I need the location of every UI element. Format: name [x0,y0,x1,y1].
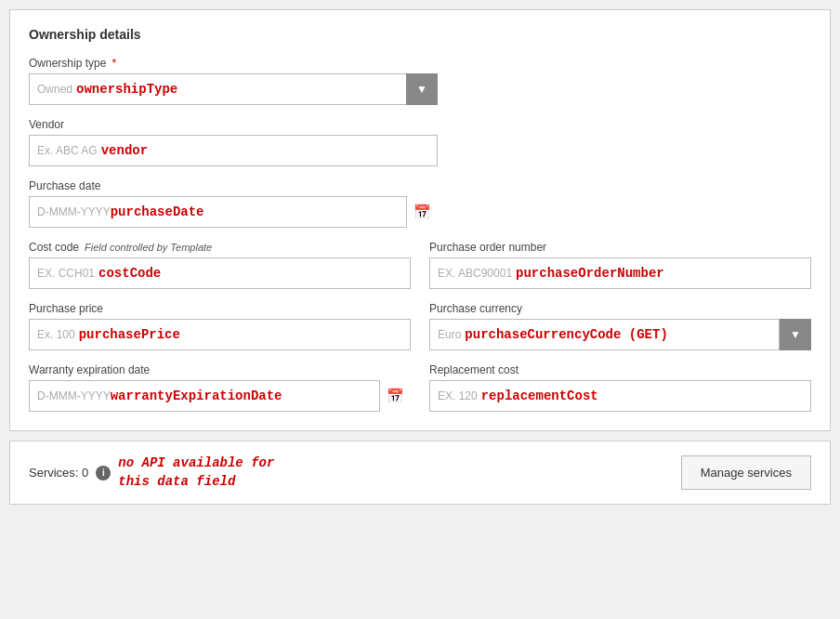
purchase-currency-placeholder: Euro [438,328,461,341]
vendor-placeholder: Ex. ABC AG [37,144,98,157]
info-icon[interactable]: i [96,466,111,481]
purchase-currency-wrapper: Euro purchaseCurrencyCode (GET) ▼ [429,319,811,350]
purchase-date-value: purchaseDate [111,204,204,219]
cost-code-group: Cost code Field controlled by Template E… [29,241,411,289]
ownership-details-panel: Ownership details Ownership type* Owned … [9,9,831,431]
purchase-currency-group: Purchase currency Euro purchaseCurrencyC… [429,302,811,350]
services-count: Services: 0 [29,466,88,480]
ownership-details-title: Ownership details [29,27,811,42]
warranty-replacement-row: Warranty expiration date D-MMM-YYYY warr… [29,363,811,412]
purchase-date-group: Purchase date D-MMM-YYYY purchaseDate 📅 [29,179,811,228]
purchase-order-input[interactable]: EX. ABC90001 purchaseOrderNumber [429,257,811,289]
replacement-cost-placeholder: EX. 120 [438,389,478,402]
required-marker: * [112,57,116,70]
ownership-type-value: ownershipType [76,82,177,97]
purchase-order-label: Purchase order number [429,241,811,254]
services-left-section: Services: 0 i no API available for this … [29,454,274,491]
ownership-type-placeholder: Owned [37,83,72,96]
cost-code-label: Cost code Field controlled by Template [29,241,411,254]
purchase-price-placeholder: Ex. 100 [37,328,75,341]
purchase-order-group: Purchase order number EX. ABC90001 purch… [429,241,811,289]
vendor-group: Vendor Ex. ABC AG vendor [29,118,811,166]
purchase-currency-input[interactable]: Euro purchaseCurrencyCode (GET) [429,319,780,350]
vendor-label: Vendor [29,118,811,131]
purchase-price-label: Purchase price [29,302,411,315]
purchase-date-placeholder: D-MMM-YYYY [37,205,111,218]
replacement-cost-value: replacementCost [481,389,598,403]
vendor-value: vendor [101,143,148,158]
vendor-input[interactable]: Ex. ABC AG vendor [29,135,438,166]
ownership-type-dropdown-arrow[interactable]: ▼ [406,73,438,105]
manage-services-button[interactable]: Manage services [681,455,811,490]
purchase-currency-value: purchaseCurrencyCode (GET) [465,327,667,342]
purchase-date-input[interactable]: D-MMM-YYYY purchaseDate [29,196,438,228]
warranty-expiration-value: warrantyExpirationDate [111,389,282,403]
cost-code-input[interactable]: EX. CCH01 costCode [29,257,411,289]
warranty-expiration-input[interactable]: D-MMM-YYYY warrantyExpirationDate [29,380,411,412]
purchase-price-group: Purchase price Ex. 100 purchasePrice [29,302,411,350]
cost-code-placeholder: EX. CCH01 [37,267,95,280]
warranty-expiration-label: Warranty expiration date [29,363,411,376]
replacement-cost-group: Replacement cost EX. 120 replacementCost [429,363,811,412]
replacement-cost-input[interactable]: EX. 120 replacementCost [429,380,811,412]
warranty-expiration-placeholder: D-MMM-YYYY [37,389,111,402]
cost-code-template-note: Field controlled by Template [85,242,212,253]
warranty-expiration-wrapper: D-MMM-YYYY warrantyExpirationDate 📅 [29,380,411,412]
warranty-expiration-group: Warranty expiration date D-MMM-YYYY warr… [29,363,411,412]
ownership-type-label: Ownership type* [29,57,811,70]
purchase-date-wrapper: D-MMM-YYYY purchaseDate 📅 [29,196,438,228]
ownership-type-group: Ownership type* Owned ownershipType ▼ [29,57,811,105]
cost-order-row: Cost code Field controlled by Template E… [29,241,811,289]
purchase-price-value: purchasePrice [79,327,180,342]
purchase-date-calendar-icon[interactable]: 📅 [406,196,438,228]
warranty-expiration-calendar-icon[interactable]: 📅 [379,380,411,412]
replacement-cost-label: Replacement cost [429,363,811,376]
ownership-type-select-wrapper: Owned ownershipType ▼ [29,73,438,105]
purchase-price-input[interactable]: Ex. 100 purchasePrice [29,319,411,350]
purchase-date-label: Purchase date [29,179,811,192]
purchase-order-placeholder: EX. ABC90001 [438,267,512,280]
api-note: no API available for this data field [118,454,274,491]
services-bar: Services: 0 i no API available for this … [9,441,831,505]
price-currency-row: Purchase price Ex. 100 purchasePrice Pur… [29,302,811,350]
ownership-type-select[interactable]: Owned ownershipType [29,73,438,105]
purchase-order-value: purchaseOrderNumber [516,266,664,281]
purchase-currency-label: Purchase currency [429,302,811,315]
purchase-currency-dropdown-arrow[interactable]: ▼ [780,319,811,350]
cost-code-value: costCode [98,266,161,281]
